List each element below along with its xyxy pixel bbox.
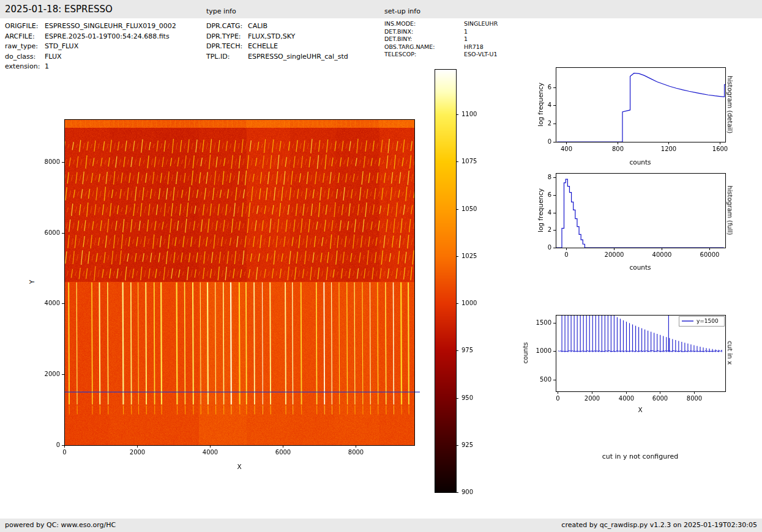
field-label: TELESCOP: (384, 51, 416, 57)
footer-right-text: created by qc_rawdisp.py v1.2.3 on 2025-… (561, 521, 757, 529)
hist-full-yaxis-label: log frequency (537, 188, 544, 232)
field-label: INS.MODE: (384, 20, 416, 27)
footer-left-text: powered by QC: www.eso.org/HC (5, 521, 116, 529)
hist-detail-side-label: histogram (detail) (727, 76, 734, 133)
cut-yaxis-label: counts (521, 342, 529, 363)
hist-full-side-label: histogram (full) (727, 186, 734, 235)
setup-info-row: TELESCOP: ESO-VLT-U1 (0, 51, 762, 59)
qc-report-page: 2025-01-18: ESPRESSO type info set-up in… (0, 0, 762, 532)
field-label: DET.BINX: (384, 28, 413, 35)
field-value: 1 (464, 35, 468, 42)
cut-side-label: cut in x (727, 341, 734, 364)
raw-image-plot (37, 113, 425, 471)
main-xaxis-label: X (237, 463, 241, 470)
field-value: SINGLEUHR (464, 20, 498, 27)
hist-detail-yaxis-label: log frequency (537, 83, 544, 127)
field-label: OBS.TARG.NAME: (384, 43, 435, 50)
main-yaxis-label: Y (28, 280, 35, 284)
field-value: 1 (45, 62, 49, 70)
field-value: ESO-VLT-U1 (464, 51, 498, 57)
histogram-full-plot (525, 166, 733, 276)
cut-in-x-plot (525, 308, 733, 418)
header-bar: 2025-01-18: ESPRESSO type info set-up in… (0, 0, 762, 18)
hist-detail-xaxis-label: counts (629, 158, 651, 166)
cut-y-note: cut in y not configured (602, 453, 679, 460)
type-info-heading: type info (206, 7, 236, 15)
field-value: HR718 (464, 43, 484, 50)
cut-xaxis-label: X (638, 406, 642, 413)
histogram-detail-plot (525, 60, 733, 170)
field-label: DET.BINY: (384, 35, 412, 42)
field-value: 1 (464, 28, 468, 35)
hist-full-xaxis-label: counts (629, 264, 651, 271)
colorbar (433, 67, 495, 495)
setup-info-heading: set-up info (384, 7, 420, 15)
page-title: 2025-01-18: ESPRESSO (5, 4, 113, 15)
footer-bar: powered by QC: www.eso.org/HC created by… (0, 519, 762, 532)
field-label: extension: (5, 62, 40, 70)
